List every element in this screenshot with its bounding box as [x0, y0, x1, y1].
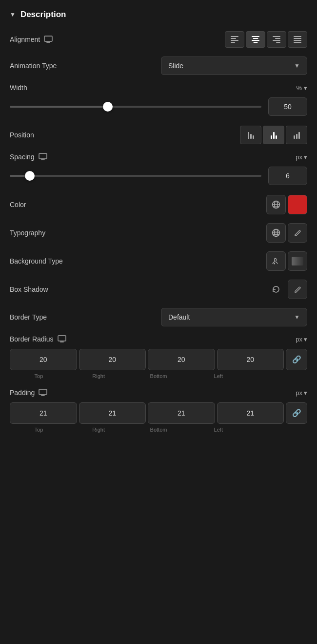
- svg-rect-11: [273, 40, 280, 41]
- section-title: Description: [20, 10, 66, 19]
- width-slider-thumb[interactable]: [103, 102, 113, 112]
- width-label: Width: [10, 84, 27, 92]
- align-center-button[interactable]: [246, 31, 265, 48]
- position-left-button[interactable]: [240, 126, 261, 144]
- svg-point-28: [274, 263, 275, 265]
- border-radius-unit-arrow: ▾: [304, 336, 307, 343]
- background-type-row: Background Type: [10, 251, 307, 271]
- color-row: Color: [10, 195, 307, 214]
- svg-rect-5: [252, 36, 259, 37]
- svg-rect-8: [254, 42, 258, 43]
- align-left-button[interactable]: [225, 31, 244, 48]
- border-radius-unit-selector[interactable]: px ▾: [296, 336, 307, 343]
- padding-right-input[interactable]: 21: [79, 402, 146, 424]
- svg-rect-15: [294, 40, 301, 41]
- brush-icon: [272, 258, 280, 265]
- spacing-header: Spacing px ▾: [10, 153, 307, 161]
- border-radius-right-input[interactable]: 20: [79, 349, 146, 370]
- padding-inputs: 21 21 21 21 🔗: [10, 402, 307, 424]
- border-radius-top-input[interactable]: 20: [10, 349, 77, 370]
- animation-type-label: Animation Type: [10, 62, 57, 70]
- padding-label-group: Padding: [10, 389, 47, 397]
- svg-rect-2: [231, 38, 236, 39]
- padding-top-input[interactable]: 21: [10, 402, 77, 424]
- spacing-label-group: Spacing: [10, 153, 47, 161]
- monitor-icon: [44, 36, 53, 43]
- spacing-slider-track[interactable]: [10, 175, 261, 177]
- border-radius-section: Border Radius px ▾ 20 20 20 20: [10, 335, 307, 379]
- animation-type-value: Slide: [168, 62, 183, 70]
- width-input[interactable]: 50: [268, 97, 307, 116]
- border-radius-label-group: Border Radius: [10, 335, 66, 343]
- width-section: Width % ▾ 50: [10, 84, 307, 116]
- align-justify-button[interactable]: [288, 31, 307, 48]
- color-swatch[interactable]: [288, 195, 307, 214]
- position-buttons: [240, 126, 307, 144]
- padding-right-label: Right: [70, 427, 128, 433]
- spacing-label: Spacing: [10, 153, 35, 161]
- spacing-slider-thumb[interactable]: [25, 171, 35, 181]
- border-radius-right-label: Right: [70, 373, 128, 379]
- spacing-unit-selector[interactable]: px ▾: [296, 153, 307, 161]
- gradient-icon: [292, 257, 303, 265]
- svg-rect-1: [231, 36, 238, 37]
- color-label: Color: [10, 201, 26, 208]
- alignment-buttons: [225, 31, 307, 48]
- padding-link-button[interactable]: 🔗: [286, 402, 307, 424]
- position-right-icon: [294, 131, 300, 139]
- width-unit: %: [296, 84, 302, 92]
- border-radius-labels: Top Right Bottom Left: [10, 373, 307, 379]
- position-right-button[interactable]: [286, 126, 307, 144]
- spacing-input[interactable]: 6: [268, 167, 307, 185]
- width-unit-selector[interactable]: % ▾: [296, 84, 307, 92]
- padding-bottom-input[interactable]: 21: [148, 402, 215, 424]
- border-radius-monitor-icon: [58, 335, 66, 343]
- svg-rect-6: [253, 38, 258, 39]
- box-shadow-controls: [266, 280, 307, 299]
- typography-global-button[interactable]: [266, 223, 286, 243]
- box-shadow-row: Box Shadow: [10, 280, 307, 299]
- border-radius-label: Border Radius: [10, 335, 54, 343]
- spacing-unit: px: [296, 153, 302, 161]
- typography-edit-button[interactable]: [288, 223, 307, 243]
- box-shadow-reset-button[interactable]: [266, 280, 286, 299]
- spacing-slider-wrapper: 6: [10, 167, 307, 185]
- border-radius-header: Border Radius px ▾: [10, 335, 307, 343]
- padding-unit-selector[interactable]: px ▾: [296, 389, 307, 397]
- border-type-label: Border Type: [10, 313, 47, 321]
- settings-panel: ▼ Description Alignment: [0, 0, 317, 457]
- width-slider-fill: [10, 106, 108, 108]
- collapse-arrow[interactable]: ▼: [10, 11, 16, 18]
- background-solid-button[interactable]: [266, 251, 286, 271]
- svg-rect-30: [39, 389, 47, 395]
- padding-unit: px: [296, 389, 302, 397]
- width-slider-wrapper: 50: [10, 97, 307, 116]
- svg-rect-0: [44, 36, 52, 41]
- spacing-monitor-icon: [39, 153, 47, 161]
- alignment-row: Alignment: [10, 31, 307, 48]
- border-radius-bottom-input[interactable]: 20: [148, 349, 215, 370]
- background-gradient-button[interactable]: [288, 251, 307, 271]
- border-type-dropdown[interactable]: Default ▼: [161, 308, 307, 326]
- border-type-row: Border Type Default ▼: [10, 308, 307, 326]
- svg-rect-3: [231, 40, 238, 41]
- background-type-label: Background Type: [10, 257, 63, 265]
- width-header: Width % ▾: [10, 84, 307, 92]
- align-right-button[interactable]: [267, 31, 286, 48]
- alignment-text: Alignment: [10, 36, 40, 43]
- position-center-button[interactable]: [263, 126, 284, 144]
- color-global-button[interactable]: [266, 195, 286, 214]
- box-shadow-edit-button[interactable]: [288, 280, 307, 299]
- width-slider-track[interactable]: [10, 106, 261, 108]
- border-radius-link-button[interactable]: 🔗: [286, 349, 307, 370]
- reset-icon: [272, 285, 280, 294]
- svg-rect-10: [275, 38, 280, 39]
- padding-left-input[interactable]: 21: [217, 402, 284, 424]
- position-center-icon: [271, 131, 277, 139]
- animation-type-row: Animation Type Slide ▼: [10, 57, 307, 75]
- globe-icon: [272, 200, 280, 209]
- border-radius-left-input[interactable]: 20: [217, 349, 284, 370]
- border-radius-top-label: Top: [10, 373, 68, 379]
- svg-rect-12: [276, 42, 280, 43]
- animation-type-dropdown[interactable]: Slide ▼: [161, 57, 307, 75]
